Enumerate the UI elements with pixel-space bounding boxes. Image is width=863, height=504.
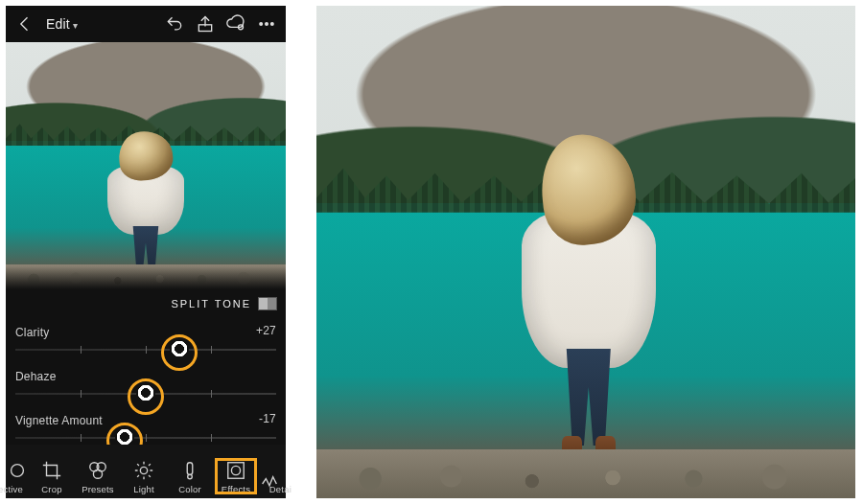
svg-rect-10: [187, 463, 193, 475]
share-icon[interactable]: [196, 14, 215, 34]
mode-label[interactable]: Edit▾: [46, 16, 78, 32]
photo-subject: [516, 134, 662, 459]
split-tone-button[interactable]: SPLIT TONE: [6, 289, 286, 318]
slider-label: Vignette Amount: [15, 414, 103, 427]
color-icon: [179, 460, 200, 481]
chevron-down-icon: ▾: [73, 20, 78, 31]
slider-thumb[interactable]: [170, 340, 189, 359]
undo-icon[interactable]: [165, 14, 184, 34]
tool-presets[interactable]: Presets: [75, 460, 121, 494]
light-icon: [133, 460, 154, 481]
tool-detail-cut[interactable]: Detai: [259, 473, 282, 494]
svg-rect-12: [228, 463, 245, 479]
svg-point-5: [12, 465, 24, 477]
svg-point-2: [260, 23, 263, 26]
result-photo: [316, 6, 855, 498]
mode-label-text: Edit: [46, 16, 70, 32]
slider-label: Clarity: [15, 326, 49, 339]
tool-label: Detai: [269, 484, 292, 494]
tool-effects[interactable]: Effects: [213, 460, 259, 494]
stage: { "header": { "back": "‹", "title": "Edi…: [0, 0, 863, 504]
presets-icon: [87, 460, 108, 481]
tool-label: ective: [0, 484, 23, 494]
split-tone-icon: [259, 298, 276, 309]
photo-large: [316, 6, 855, 498]
effects-icon: [225, 460, 246, 481]
tool-label: Crop: [41, 484, 61, 494]
cloud-sync-icon[interactable]: [226, 14, 245, 34]
bottom-toolbar: x ective Crop Presets Light Color Eff: [6, 445, 286, 498]
slider-thumb[interactable]: [136, 384, 155, 403]
selective-icon: [7, 460, 28, 481]
svg-point-3: [266, 23, 268, 26]
tool-label: Light: [133, 484, 154, 494]
svg-point-13: [231, 466, 240, 474]
more-icon[interactable]: [257, 14, 276, 34]
slider-track[interactable]: [15, 349, 276, 351]
slider-value: -17: [259, 412, 276, 425]
top-bar: Edit▾: [6, 6, 286, 42]
svg-point-4: [271, 23, 274, 26]
slider-dehaze: Dehaze: [15, 364, 276, 408]
phone-app: Edit▾: [6, 6, 286, 498]
tool-selective-cut[interactable]: x ective: [6, 460, 29, 494]
slider-clarity: Clarity +27: [15, 320, 276, 364]
svg-point-11: [188, 474, 193, 479]
photo-preview: [6, 42, 286, 289]
slider-track[interactable]: [15, 393, 276, 395]
crop-icon: [41, 460, 62, 481]
back-icon[interactable]: [15, 14, 35, 34]
viewport-fade: [6, 266, 286, 289]
slider-value: +27: [256, 324, 276, 337]
slider-track[interactable]: [15, 437, 276, 439]
svg-point-8: [93, 470, 102, 478]
image-viewport[interactable]: [6, 42, 286, 289]
tool-color[interactable]: Color: [167, 460, 213, 494]
split-tone-label: SPLIT TONE: [171, 298, 251, 309]
photo-subject: [104, 131, 188, 275]
svg-point-9: [140, 467, 147, 473]
tool-label: Color: [178, 484, 201, 494]
tool-label: Effects: [222, 484, 250, 494]
tool-label: Presets: [82, 484, 114, 494]
slider-label: Dehaze: [15, 370, 57, 383]
tool-light[interactable]: Light: [121, 460, 167, 494]
tool-crop[interactable]: Crop: [29, 460, 75, 494]
